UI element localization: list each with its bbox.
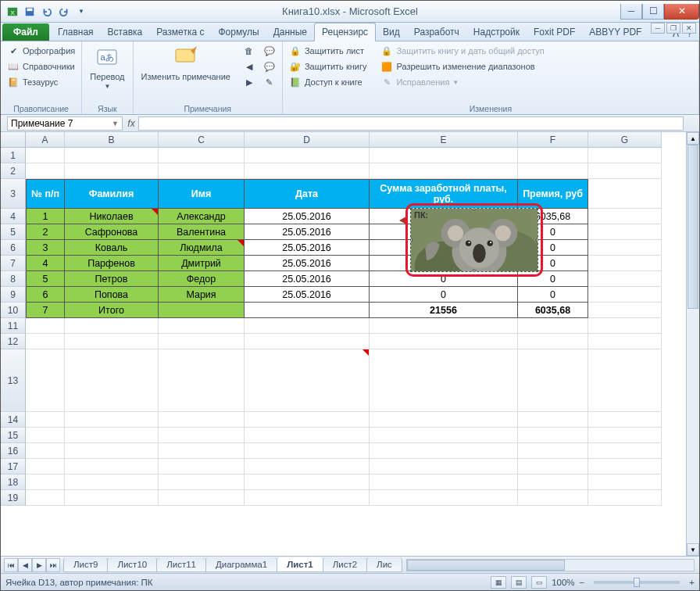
cell[interactable] bbox=[159, 148, 245, 163]
cell[interactable] bbox=[245, 459, 370, 475]
workbook-close-button[interactable]: ✕ bbox=[682, 23, 696, 34]
cell[interactable] bbox=[518, 428, 588, 443]
cell[interactable] bbox=[588, 334, 662, 349]
cell[interactable] bbox=[370, 318, 518, 334]
sheet-tab[interactable]: Лист9 bbox=[63, 557, 108, 572]
redo-icon[interactable] bbox=[57, 5, 71, 19]
delete-comment-button[interactable]: 🗑 bbox=[241, 44, 257, 58]
workbook-minimize-button[interactable]: ─ bbox=[651, 23, 665, 34]
cell[interactable] bbox=[588, 490, 662, 506]
cell[interactable] bbox=[65, 412, 159, 428]
cell[interactable] bbox=[65, 163, 159, 179]
cell[interactable] bbox=[245, 490, 370, 506]
show-comment-button[interactable]: 💬 bbox=[262, 44, 277, 58]
cell[interactable] bbox=[159, 412, 245, 428]
cell[interactable] bbox=[65, 490, 159, 506]
cell[interactable] bbox=[245, 334, 370, 349]
zoom-out-button[interactable]: − bbox=[580, 578, 585, 587]
cell[interactable] bbox=[159, 163, 245, 179]
cell[interactable] bbox=[370, 412, 518, 428]
cell[interactable]: 1 bbox=[26, 209, 65, 224]
tab-addins[interactable]: Надстройк bbox=[466, 23, 527, 41]
cell[interactable] bbox=[370, 334, 518, 349]
track-changes-button[interactable]: ✎Исправления ▼ bbox=[379, 75, 545, 89]
maximize-button[interactable]: ☐ bbox=[642, 4, 664, 20]
cell[interactable]: Парфенов bbox=[65, 256, 159, 271]
protect-and-share-button[interactable]: 🔒Защитить книгу и дать общий доступ bbox=[379, 44, 545, 58]
column-header[interactable]: E bbox=[370, 132, 518, 148]
cell[interactable] bbox=[245, 428, 370, 443]
cell[interactable] bbox=[65, 428, 159, 443]
row-header[interactable]: 9 bbox=[1, 287, 26, 303]
scroll-down-button[interactable]: ▼ bbox=[687, 543, 699, 556]
row-header[interactable]: 19 bbox=[1, 490, 26, 506]
cell[interactable]: № п/п bbox=[26, 179, 65, 209]
view-layout-button[interactable]: ▤ bbox=[511, 576, 527, 589]
cell[interactable]: 21556 bbox=[370, 303, 518, 318]
zoom-slider[interactable] bbox=[594, 581, 680, 584]
tab-view[interactable]: Вид bbox=[376, 23, 407, 41]
row-header[interactable]: 14 bbox=[1, 412, 26, 428]
sheet-tab[interactable]: Лист1 bbox=[277, 557, 323, 572]
fx-icon[interactable]: fx bbox=[124, 118, 138, 129]
column-header[interactable]: F bbox=[518, 132, 588, 148]
sheet-nav-last[interactable]: ⏭ bbox=[46, 558, 60, 572]
cell[interactable] bbox=[245, 163, 370, 179]
cell[interactable]: Коваль bbox=[65, 240, 159, 256]
cell[interactable]: Дмитрий bbox=[159, 256, 245, 271]
cell[interactable] bbox=[245, 318, 370, 334]
cell[interactable] bbox=[159, 318, 245, 334]
cell[interactable] bbox=[518, 318, 588, 334]
cell[interactable] bbox=[588, 412, 662, 428]
cell[interactable]: 7 bbox=[26, 303, 65, 318]
zoom-in-button[interactable]: + bbox=[689, 578, 695, 587]
zoom-value[interactable]: 100% bbox=[552, 578, 574, 587]
cell[interactable] bbox=[370, 490, 518, 506]
scroll-thumb[interactable] bbox=[407, 560, 565, 571]
row-header[interactable]: 7 bbox=[1, 256, 26, 271]
cell[interactable] bbox=[518, 412, 588, 428]
cell[interactable]: Итого bbox=[65, 303, 159, 318]
cell[interactable] bbox=[245, 349, 370, 412]
cell[interactable]: Фамилия bbox=[65, 179, 159, 209]
comment-box[interactable]: ПК: bbox=[410, 208, 538, 272]
cell[interactable] bbox=[588, 148, 662, 163]
cell[interactable] bbox=[65, 459, 159, 475]
undo-icon[interactable] bbox=[40, 5, 54, 19]
prev-comment-button[interactable]: ◀ bbox=[241, 59, 257, 73]
reference-button[interactable]: 📖Справочники bbox=[5, 59, 77, 73]
cell[interactable] bbox=[159, 334, 245, 349]
cell[interactable] bbox=[518, 349, 588, 412]
cell[interactable] bbox=[370, 475, 518, 490]
workbook-restore-button[interactable]: ❐ bbox=[666, 23, 680, 34]
row-header[interactable]: 1 bbox=[1, 148, 26, 163]
cell[interactable]: Имя bbox=[159, 179, 245, 209]
allow-edit-ranges-button[interactable]: 🟧Разрешить изменение диапазонов bbox=[379, 59, 545, 73]
cell[interactable] bbox=[26, 334, 65, 349]
cell[interactable] bbox=[26, 412, 65, 428]
row-header[interactable]: 8 bbox=[1, 271, 26, 287]
cell[interactable] bbox=[65, 475, 159, 490]
cell[interactable] bbox=[245, 412, 370, 428]
row-header[interactable]: 3 bbox=[1, 179, 26, 209]
cell[interactable] bbox=[65, 443, 159, 459]
row-header[interactable]: 18 bbox=[1, 475, 26, 490]
cell[interactable] bbox=[65, 334, 159, 349]
cell[interactable] bbox=[588, 271, 662, 287]
cell[interactable] bbox=[26, 318, 65, 334]
view-pagebreak-button[interactable]: ▭ bbox=[531, 576, 547, 589]
cell[interactable] bbox=[588, 428, 662, 443]
cell[interactable] bbox=[159, 349, 245, 412]
sheet-tab[interactable]: Диаграмма1 bbox=[205, 557, 277, 572]
cell[interactable] bbox=[370, 459, 518, 475]
cell[interactable] bbox=[370, 163, 518, 179]
sheet-tab[interactable]: Лист2 bbox=[323, 557, 367, 572]
tab-foxit[interactable]: Foxit PDF bbox=[527, 23, 582, 41]
cell[interactable] bbox=[588, 287, 662, 303]
translate-button[interactable]: aあ Перевод▼ bbox=[87, 44, 127, 91]
sheet-tab[interactable]: Лис bbox=[366, 557, 402, 572]
show-ink-button[interactable]: ✎ bbox=[262, 75, 277, 89]
cell[interactable] bbox=[588, 318, 662, 334]
spelling-button[interactable]: ✔Орфография bbox=[5, 44, 77, 58]
cell[interactable] bbox=[588, 459, 662, 475]
